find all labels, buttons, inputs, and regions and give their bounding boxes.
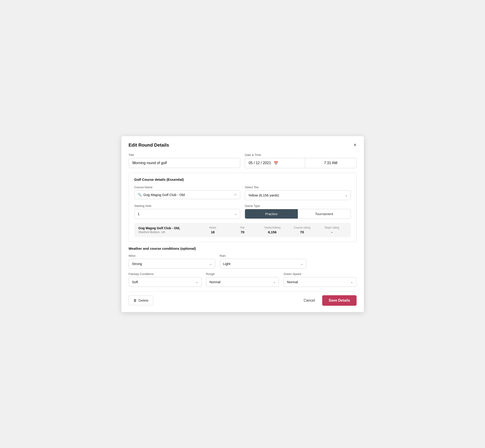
holes-value: 18 bbox=[198, 230, 228, 234]
wind-label: Wind bbox=[129, 254, 215, 257]
rain-wrapper: None Light Moderate Heavy ⌄ bbox=[220, 259, 306, 269]
fairway-wrapper: Dry Normal Soft Wet ⌄ bbox=[129, 277, 202, 287]
course-info-bar: Gog Magog Golf Club - Old, Shelford Bott… bbox=[134, 223, 351, 237]
course-primary-name: Gog Magog Golf Club - Old, bbox=[138, 226, 198, 230]
fairway-label: Fairway Conditions bbox=[129, 272, 202, 276]
course-name-search[interactable]: 🔍 ✕ bbox=[134, 190, 241, 199]
date-input[interactable]: 05 / 12 / 2021 📅 bbox=[245, 158, 305, 168]
green-speed-group: Green Speed Slow Normal Fast Very Fast ⌄ bbox=[283, 272, 356, 287]
footer-right: Cancel Save Details bbox=[300, 295, 356, 306]
par-label: Par bbox=[228, 226, 258, 229]
footer-row: 🗑 Delete Cancel Save Details bbox=[129, 295, 356, 306]
holes-label: Holes bbox=[198, 226, 228, 229]
course-info-name: Gog Magog Golf Club - Old, Shelford Bott… bbox=[138, 226, 198, 234]
weather-section: Weather and course conditions (optional)… bbox=[129, 247, 356, 287]
golf-course-section: Golf Course details (Essential) Course N… bbox=[129, 173, 356, 242]
par-value: 70 bbox=[228, 230, 258, 234]
time-input[interactable]: 7:31 AM bbox=[305, 158, 356, 168]
rough-label: Rough bbox=[206, 272, 279, 276]
select-tee-group: Select Tee Yellow (6,156 yards) White (6… bbox=[245, 185, 351, 200]
title-label: Title bbox=[129, 153, 241, 157]
trash-icon: 🗑 bbox=[133, 298, 137, 302]
holes-stat: Holes 18 bbox=[198, 226, 228, 234]
tournament-button[interactable]: Tournament bbox=[298, 209, 351, 218]
starting-hole-gametype-row: Starting Hole 1 2 3 10 ⌄ Game Type Pract… bbox=[134, 204, 351, 219]
calendar-icon: 📅 bbox=[274, 161, 278, 165]
course-location: Shelford Bottom, UK bbox=[138, 230, 198, 234]
course-rating-stat: Course rating 70 bbox=[287, 226, 317, 234]
green-speed-wrapper: Slow Normal Fast Very Fast ⌄ bbox=[283, 277, 356, 287]
rough-dropdown[interactable]: Normal Thick Thin bbox=[206, 277, 279, 287]
yards-stat: Yards(Yellow) 6,156 bbox=[257, 226, 287, 234]
slope-rating-value: - bbox=[317, 230, 347, 234]
edit-round-modal: Edit Round Details × Title Date & Time 0… bbox=[121, 136, 364, 312]
yards-label: Yards(Yellow) bbox=[257, 226, 287, 229]
starting-hole-dropdown[interactable]: 1 2 3 10 bbox=[134, 209, 241, 219]
time-value: 7:31 AM bbox=[324, 161, 338, 165]
course-rating-value: 70 bbox=[287, 230, 317, 234]
datetime-group: Date & Time 05 / 12 / 2021 📅 7:31 AM bbox=[245, 153, 356, 168]
wind-wrapper: None Light Moderate Strong ⌄ bbox=[129, 259, 215, 269]
title-input[interactable] bbox=[129, 158, 241, 168]
course-name-group: Course Name 🔍 ✕ bbox=[134, 185, 241, 200]
search-icon: 🔍 bbox=[138, 193, 142, 196]
wind-group: Wind None Light Moderate Strong ⌄ bbox=[129, 254, 215, 269]
select-tee-wrapper: Yellow (6,156 yards) White (6,500 yards)… bbox=[245, 190, 351, 200]
close-button[interactable]: × bbox=[354, 143, 356, 147]
fairway-dropdown[interactable]: Dry Normal Soft Wet bbox=[129, 277, 202, 287]
save-button[interactable]: Save Details bbox=[322, 295, 356, 306]
title-group: Title bbox=[129, 153, 241, 168]
course-name-label: Course Name bbox=[134, 185, 241, 189]
modal-header: Edit Round Details × bbox=[129, 143, 356, 148]
rain-group: Rain None Light Moderate Heavy ⌄ bbox=[220, 254, 306, 269]
starting-hole-wrapper: 1 2 3 10 ⌄ bbox=[134, 209, 241, 219]
green-speed-label: Green Speed bbox=[283, 272, 356, 276]
par-stat: Par 70 bbox=[228, 226, 258, 234]
practice-button[interactable]: Practice bbox=[245, 209, 298, 218]
cancel-button[interactable]: Cancel bbox=[300, 296, 319, 305]
rough-group: Rough Normal Thick Thin ⌄ bbox=[206, 272, 279, 287]
green-speed-dropdown[interactable]: Slow Normal Fast Very Fast bbox=[283, 277, 356, 287]
rain-label: Rain bbox=[220, 254, 306, 257]
datetime-label: Date & Time bbox=[245, 153, 356, 157]
select-tee-label: Select Tee bbox=[245, 185, 351, 189]
weather-section-title: Weather and course conditions (optional) bbox=[129, 247, 356, 250]
delete-button[interactable]: 🗑 Delete bbox=[129, 296, 153, 305]
yards-value: 6,156 bbox=[257, 230, 287, 234]
starting-hole-group: Starting Hole 1 2 3 10 ⌄ bbox=[134, 204, 241, 219]
datetime-row: 05 / 12 / 2021 📅 7:31 AM bbox=[245, 158, 356, 168]
select-tee-dropdown[interactable]: Yellow (6,156 yards) White (6,500 yards)… bbox=[245, 190, 351, 200]
slope-rating-stat: Slope rating - bbox=[317, 226, 347, 234]
conditions-row: Fairway Conditions Dry Normal Soft Wet ⌄… bbox=[129, 272, 356, 287]
golf-course-title: Golf Course details (Essential) bbox=[134, 177, 351, 181]
fairway-group: Fairway Conditions Dry Normal Soft Wet ⌄ bbox=[129, 272, 202, 287]
date-value: 05 / 12 / 2021 bbox=[249, 161, 271, 165]
course-rating-label: Course rating bbox=[287, 226, 317, 229]
starting-hole-label: Starting Hole bbox=[134, 204, 241, 208]
rain-dropdown[interactable]: None Light Moderate Heavy bbox=[220, 259, 306, 269]
wind-dropdown[interactable]: None Light Moderate Strong bbox=[129, 259, 215, 269]
game-type-group: Game Type Practice Tournament bbox=[245, 204, 351, 219]
course-name-input[interactable] bbox=[144, 193, 233, 197]
course-name-tee-row: Course Name 🔍 ✕ Select Tee Yellow (6,156… bbox=[134, 185, 351, 200]
game-type-label: Game Type bbox=[245, 204, 351, 208]
game-type-toggle: Practice Tournament bbox=[245, 209, 351, 219]
wind-rain-row: Wind None Light Moderate Strong ⌄ Rain N… bbox=[129, 254, 356, 269]
clear-course-icon[interactable]: ✕ bbox=[234, 193, 237, 196]
rough-wrapper: Normal Thick Thin ⌄ bbox=[206, 277, 279, 287]
delete-label: Delete bbox=[139, 298, 148, 302]
modal-title: Edit Round Details bbox=[129, 143, 169, 148]
title-datetime-row: Title Date & Time 05 / 12 / 2021 📅 7:31 … bbox=[129, 153, 356, 168]
footer-divider bbox=[129, 291, 356, 292]
slope-rating-label: Slope rating bbox=[317, 226, 347, 229]
